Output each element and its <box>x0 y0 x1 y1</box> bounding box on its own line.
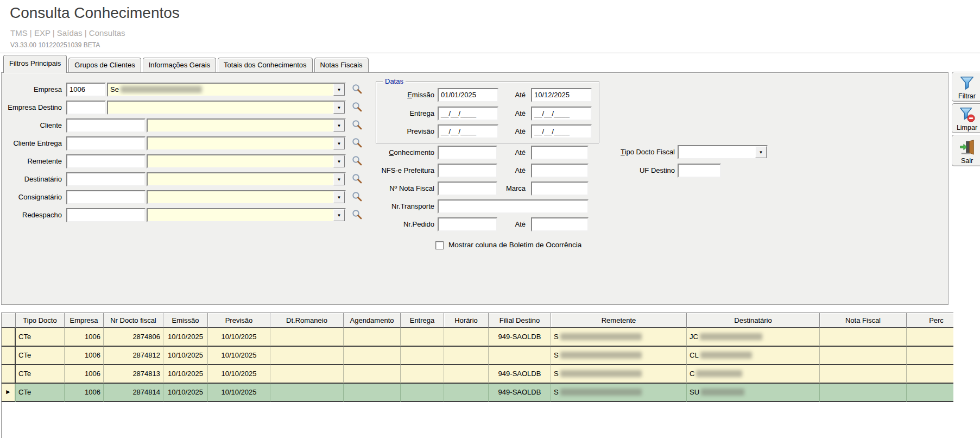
previs-o-from-input[interactable]: __/__/____ <box>438 124 498 139</box>
emiss-o-from-input[interactable]: 01/01/2025 <box>438 88 498 102</box>
column-header-destinat-rio[interactable]: Destinatário <box>687 313 820 328</box>
limpar-button[interactable]: Limpar <box>952 103 980 133</box>
column-header-emiss-o[interactable]: Emissão <box>163 313 208 328</box>
column-header-empresa[interactable]: Empresa <box>65 313 104 328</box>
blurred-text <box>560 352 642 359</box>
filter-clear-icon <box>959 105 975 124</box>
column-header-nota-fiscal[interactable]: Nota Fiscal <box>820 313 907 328</box>
cliente-entrega-code-input[interactable] <box>66 136 146 151</box>
cliente-code-input[interactable] <box>66 118 146 133</box>
nr-transporte-input[interactable] <box>438 199 589 214</box>
table-row[interactable]: CTe1006287481210/10/202510/10/2025SCL <box>2 347 953 365</box>
cell-agendamento <box>344 347 401 365</box>
entrega-from-input[interactable]: __/__/____ <box>438 107 498 121</box>
cell-destinat-rio: CL <box>687 347 820 365</box>
column-header-previs-o[interactable]: Previsão <box>208 313 270 328</box>
filtrar-button[interactable]: Filtrar <box>952 72 980 102</box>
redespacho-combo[interactable]: ▼ <box>147 208 346 222</box>
consulta-conhecimentos-window: Consulta Conhecimentos TMS | EXP | Saída… <box>0 0 980 438</box>
redespacho-code-input[interactable] <box>66 208 146 222</box>
table-row[interactable]: CTe1006287480610/10/202510/10/2025949-SA… <box>2 328 953 347</box>
cell-hor-rio <box>444 347 489 365</box>
table-row[interactable]: CTe1006287481310/10/202510/10/2025949-SA… <box>2 365 953 384</box>
sair-button[interactable]: Sair <box>952 135 980 166</box>
consignat-rio-combo[interactable]: ▼ <box>147 190 346 204</box>
consignat-rio-code-input[interactable] <box>66 190 146 204</box>
boletim-ocorrencia-checkbox[interactable] <box>435 241 444 249</box>
remetente-combo[interactable]: ▼ <box>147 154 346 168</box>
previs-o-to-input[interactable]: __/__/____ <box>531 124 592 139</box>
cliente-entrega-combo[interactable]: ▼ <box>147 136 346 151</box>
chevron-down-icon[interactable]: ▼ <box>333 102 345 114</box>
column-header-entrega[interactable]: Entrega <box>401 313 444 328</box>
empresa-destino-code-input[interactable] <box>66 101 106 115</box>
tab-grupos-de-clientes[interactable]: Grupos de Clientes <box>68 58 141 72</box>
blurred-text <box>560 333 642 340</box>
n-nota-fiscal-to-input[interactable] <box>531 182 589 196</box>
chevron-down-icon[interactable]: ▼ <box>333 173 345 185</box>
filtrar-button-label: Filtrar <box>958 92 976 100</box>
column-header-nr-docto-fiscal[interactable]: Nr Docto fiscal <box>104 313 163 328</box>
cell-dt-romaneio <box>270 347 344 365</box>
blurred-text <box>700 352 752 359</box>
column-header-agendamento[interactable]: Agendamento <box>344 313 401 328</box>
redespacho-label: Redespacho <box>0 208 62 222</box>
remetente-code-input[interactable] <box>66 154 146 168</box>
column-header-dt-romaneio[interactable]: Dt.Romaneio <box>270 313 344 328</box>
cell-filial-destino: 949-SAOLDB <box>489 328 551 347</box>
cell-destinat-rio: JC <box>687 328 820 347</box>
chevron-down-icon[interactable]: ▼ <box>333 209 345 221</box>
cell-dt-romaneio <box>270 365 344 384</box>
cell-nota-fiscal <box>820 365 907 384</box>
tab-informa-es-gerais[interactable]: Informações Gerais <box>143 58 216 72</box>
tab-notas-fiscais[interactable]: Notas Fiscais <box>314 58 369 72</box>
chevron-down-icon[interactable]: ▼ <box>755 146 767 158</box>
column-header-hor-rio[interactable]: Horário <box>444 313 489 328</box>
nr-transporte-label: Nr.Transporte <box>347 199 434 214</box>
exit-door-icon <box>959 137 975 157</box>
search-icon[interactable] <box>351 83 364 96</box>
destinat-rio-code-input[interactable] <box>66 172 146 186</box>
cell-agendamento <box>344 328 401 347</box>
breadcrumb: TMS | EXP | Saídas | Consultas <box>10 28 125 37</box>
tab-filtros-principais[interactable]: Filtros Principais <box>3 55 67 73</box>
cell-nota-fiscal <box>820 384 907 402</box>
empresa-code-input[interactable]: 1006 <box>66 83 106 97</box>
uf-destino-input[interactable] <box>678 164 721 178</box>
empresa-destino-combo[interactable]: ▼ <box>107 101 346 115</box>
tab-totais-dos-conhecimentos[interactable]: Totais dos Conhecimentos <box>218 58 312 72</box>
search-icon[interactable] <box>351 119 364 132</box>
n-nota-fiscal-marca-label: Marca <box>478 182 526 196</box>
conhecimento-label: Conhecimento <box>347 146 434 160</box>
emiss-o-to-input[interactable]: 10/12/2025 <box>531 88 592 102</box>
destinat-rio-label: Destinatário <box>0 172 62 186</box>
cell-remetente: S <box>551 384 687 402</box>
nfs-e-prefeitura-to-input[interactable] <box>531 164 589 178</box>
chevron-down-icon[interactable]: ▼ <box>333 120 345 132</box>
column-header-filial-destino[interactable]: Filial Destino <box>489 313 551 328</box>
search-icon[interactable] <box>351 101 364 114</box>
cell-empresa: 1006 <box>65 384 104 402</box>
chevron-down-icon[interactable]: ▼ <box>333 137 345 149</box>
chevron-down-icon[interactable]: ▼ <box>333 155 345 167</box>
chevron-down-icon[interactable]: ▼ <box>333 191 345 203</box>
entrega-to-input[interactable]: __/__/____ <box>531 107 592 121</box>
conhecimento-to-input[interactable] <box>531 146 589 160</box>
empresa-combo[interactable]: Se▼ <box>107 83 346 97</box>
cell-empresa: 1006 <box>65 347 104 365</box>
column-header-perc[interactable]: Perc <box>907 313 953 328</box>
cell-dt-romaneio <box>270 384 344 402</box>
nr-pedido-to-input[interactable] <box>531 217 589 231</box>
tipo-docto-fiscal-combo[interactable]: ▼ <box>678 145 768 159</box>
cell-entrega <box>401 365 444 384</box>
chevron-down-icon[interactable]: ▼ <box>333 84 345 96</box>
cell-emiss-o: 10/10/2025 <box>163 347 208 365</box>
table-row[interactable]: ►CTe1006287481410/10/202510/10/2025949-S… <box>2 384 953 402</box>
cell-agendamento <box>344 384 401 402</box>
column-header-tipo-docto[interactable]: Tipo Docto <box>16 313 65 328</box>
tab-bar: Filtros PrincipaisGrupos de ClientesInfo… <box>3 53 370 72</box>
column-header-remetente[interactable]: Remetente <box>551 313 687 328</box>
destinat-rio-combo[interactable]: ▼ <box>147 172 346 186</box>
cliente-combo[interactable]: ▼ <box>147 118 346 133</box>
cell-tipo-docto: CTe <box>16 365 65 384</box>
